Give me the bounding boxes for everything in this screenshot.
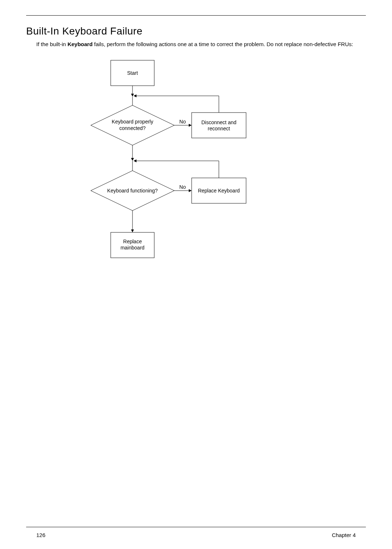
label-start: Start <box>127 70 138 76</box>
edge-action1-feedback <box>134 96 219 113</box>
footer-page-number: 126 <box>36 532 45 538</box>
label-q1-l2: connected? <box>119 125 146 131</box>
label-action2: Replace Keyboard <box>198 188 240 194</box>
label-q2-no: No <box>179 184 186 190</box>
label-q1-l1: Keyboard properly <box>112 119 153 125</box>
label-action1-l2: reconnect <box>208 126 230 131</box>
label-end-l2: mainboard <box>121 245 144 251</box>
label-q1-no: No <box>179 119 186 125</box>
page-title: Built-In Keyboard Failure <box>26 25 143 37</box>
label-action1-l1: Disconnect and <box>201 119 237 125</box>
label-end-l1: Replace <box>123 239 142 244</box>
top-rule <box>26 15 366 16</box>
node-action1 <box>192 113 246 138</box>
intro-after: fails, perform the following actions one… <box>93 41 353 47</box>
edge-action2-feedback <box>134 161 219 178</box>
intro-before: If the built-in <box>36 41 68 47</box>
intro-bold: Keyboard <box>68 41 93 47</box>
bottom-rule <box>26 527 366 527</box>
label-q2: Keyboard functioning? <box>107 188 158 194</box>
intro-paragraph: If the built-in Keyboard fails, perform … <box>36 41 366 48</box>
footer-chapter: Chapter 4 <box>332 532 356 538</box>
flowchart: Start Keyboard properly connected? No Di… <box>91 58 265 283</box>
